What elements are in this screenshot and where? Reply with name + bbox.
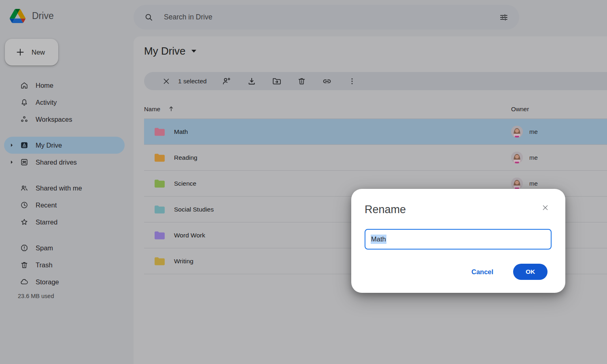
owner-column-header[interactable]: Owner xyxy=(511,106,529,112)
name-column-header[interactable]: Name xyxy=(144,106,160,112)
move-to-folder-button[interactable] xyxy=(272,76,282,87)
plus-icon xyxy=(15,47,25,57)
file-row-math[interactable]: Math me xyxy=(144,119,607,145)
sidebar-item-shared-drives[interactable]: Shared drives xyxy=(4,154,125,171)
download-button[interactable] xyxy=(246,76,257,87)
cloud-icon xyxy=(19,277,29,286)
search-icon xyxy=(144,13,153,22)
sidebar-item-my-drive[interactable]: My Drive xyxy=(4,137,125,154)
sidebar-item-home[interactable]: Home xyxy=(4,77,125,94)
dialog-title: Rename xyxy=(365,203,406,216)
file-row-reading[interactable]: Reading me xyxy=(144,145,607,171)
share-button[interactable] xyxy=(221,76,232,87)
tune-icon[interactable] xyxy=(499,13,509,22)
storage-used-caption: 23.6 MB used xyxy=(18,293,54,299)
shared-drives-icon xyxy=(19,158,29,167)
cancel-button[interactable]: Cancel xyxy=(471,264,493,280)
drive-logo-icon xyxy=(10,9,25,23)
trash-button[interactable] xyxy=(297,76,307,87)
home-icon xyxy=(19,81,29,90)
sidebar-item-starred[interactable]: Starred xyxy=(4,214,125,231)
rename-dialog: Rename Math Cancel OK xyxy=(351,189,565,293)
avatar xyxy=(511,126,523,138)
sidebar-item-activity[interactable]: Activity xyxy=(4,94,125,111)
chevron-right-icon[interactable] xyxy=(7,160,16,164)
link-button[interactable] xyxy=(322,76,332,87)
trash-icon xyxy=(19,260,29,269)
star-icon xyxy=(19,218,29,226)
owner-name: me xyxy=(529,180,538,187)
my-drive-icon xyxy=(19,141,29,150)
close-icon[interactable] xyxy=(541,204,549,212)
spam-icon xyxy=(19,243,29,252)
owner-name: me xyxy=(529,128,538,135)
people-icon xyxy=(19,184,29,193)
folder-icon xyxy=(154,205,165,214)
clock-icon xyxy=(19,201,29,210)
bell-icon xyxy=(19,98,29,107)
ok-button[interactable]: OK xyxy=(513,264,548,280)
clear-selection-button[interactable] xyxy=(161,76,172,87)
workspaces-icon xyxy=(19,115,29,124)
folder-icon xyxy=(154,153,165,162)
rename-input[interactable]: Math xyxy=(365,229,552,250)
search-placeholder[interactable]: Search in Drive xyxy=(164,13,499,21)
sort-up-icon[interactable] xyxy=(168,105,175,112)
sidebar-item-workspaces[interactable]: Workspaces xyxy=(4,111,125,128)
brand-name: Drive xyxy=(32,11,54,21)
sidebar-item-shared-with-me[interactable]: Shared with me xyxy=(4,180,125,197)
chevron-right-icon[interactable] xyxy=(7,143,16,147)
owner-name: me xyxy=(529,154,538,161)
selected-text: Math xyxy=(371,235,386,244)
sidebar-item-spam[interactable]: Spam xyxy=(4,239,125,256)
avatar xyxy=(511,152,523,163)
drive-brand: Drive xyxy=(10,9,54,23)
search-bar[interactable]: Search in Drive xyxy=(134,5,519,30)
sidebar-item-recent[interactable]: Recent xyxy=(4,197,125,214)
folder-icon xyxy=(154,231,165,240)
sidebar: Drive New Home Activity Workspaces xyxy=(0,0,134,364)
table-header: Name Owner xyxy=(144,99,607,119)
folder-icon xyxy=(154,127,165,136)
sidebar-item-storage[interactable]: Storage xyxy=(4,273,125,290)
selection-toolbar: 1 selected xyxy=(144,72,607,90)
avatar xyxy=(511,178,523,189)
page-title[interactable]: My Drive xyxy=(144,43,196,59)
sidebar-item-trash[interactable]: Trash xyxy=(4,256,125,273)
new-button-label: New xyxy=(32,49,45,56)
folder-icon xyxy=(154,179,165,188)
new-button[interactable]: New xyxy=(5,39,58,66)
more-vertical-button[interactable] xyxy=(347,76,357,87)
selected-count: 1 selected xyxy=(178,78,207,85)
caret-down-icon xyxy=(191,50,196,53)
folder-icon xyxy=(154,257,165,266)
